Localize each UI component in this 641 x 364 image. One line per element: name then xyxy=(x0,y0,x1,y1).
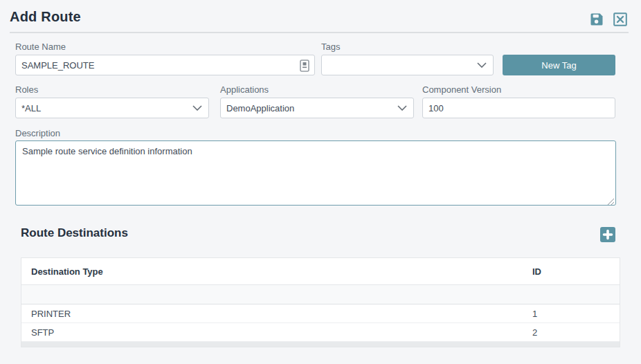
id-cell: 1 xyxy=(532,309,620,319)
route-destinations-title: Route Destinations xyxy=(21,226,128,240)
autofill-badge-icon[interactable] xyxy=(300,60,309,72)
roles-select[interactable]: *ALL xyxy=(15,98,209,118)
chevron-down-icon xyxy=(477,62,487,68)
new-tag-button[interactable]: New Tag xyxy=(503,55,615,75)
route-name-label: Route Name xyxy=(15,42,66,52)
description-textarea[interactable]: Sample route service definition informat… xyxy=(15,140,616,206)
table-footer-strip xyxy=(21,342,620,347)
table-header-row: Destination Type ID xyxy=(21,258,620,285)
plus-icon xyxy=(602,229,613,240)
chevron-down-icon xyxy=(192,105,202,111)
column-header-id: ID xyxy=(532,266,620,277)
add-destination-button[interactable] xyxy=(600,227,615,242)
column-header-destination-type: Destination Type xyxy=(21,266,532,277)
table-filter-row[interactable] xyxy=(21,285,620,304)
description-label: Description xyxy=(15,128,60,138)
destination-type-cell: PRINTER xyxy=(21,309,532,319)
route-name-field[interactable] xyxy=(15,55,315,75)
description-field: Sample route service definition informat… xyxy=(15,140,616,206)
tags-select[interactable] xyxy=(321,55,494,75)
chevron-down-icon xyxy=(397,105,407,111)
component-version-field[interactable] xyxy=(422,98,615,118)
header-divider xyxy=(10,32,629,33)
save-icon[interactable] xyxy=(590,12,604,26)
page-title: Add Route xyxy=(10,9,81,25)
table-row[interactable]: PRINTER 1 xyxy=(21,304,620,323)
destinations-table: Destination Type ID PRINTER 1 SFTP 2 xyxy=(21,257,620,347)
table-row[interactable]: SFTP 2 xyxy=(21,323,620,342)
resize-handle[interactable] xyxy=(606,196,615,204)
component-version-label: Component Version xyxy=(422,84,501,95)
applications-select-value: DemoApplication xyxy=(226,103,294,113)
roles-label: Roles xyxy=(15,84,38,95)
applications-select[interactable]: DemoApplication xyxy=(220,98,414,118)
close-icon[interactable] xyxy=(613,12,627,26)
component-version-input[interactable] xyxy=(423,98,615,118)
add-route-page: Add Route Route Name Tags xyxy=(0,0,641,364)
tags-label: Tags xyxy=(321,42,340,52)
applications-label: Applications xyxy=(220,84,269,95)
destination-type-cell: SFTP xyxy=(21,327,532,338)
roles-select-value: *ALL xyxy=(21,103,41,113)
route-name-input[interactable] xyxy=(16,55,314,75)
id-cell: 2 xyxy=(532,327,620,338)
